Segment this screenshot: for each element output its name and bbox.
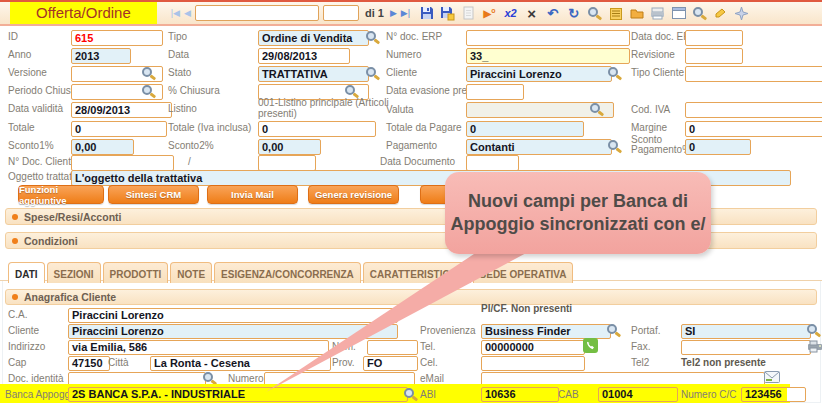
valuta-search-icon[interactable] [590, 103, 603, 116]
portaf-search-icon[interactable] [807, 324, 820, 337]
tab-dati[interactable]: DATI [8, 262, 45, 283]
genera-revisione-button[interactable]: Genera revisione [308, 185, 399, 204]
field-stato-input[interactable]: TRATTATIVA [258, 66, 369, 82]
prev-record-icon[interactable]: ◀ [184, 9, 191, 18]
field-anno-input[interactable]: 2013 [71, 48, 131, 64]
record-search-input[interactable] [195, 5, 319, 21]
field-data-validita-input[interactable]: 28/09/2013 [71, 102, 172, 118]
field-sconto2-input[interactable]: 0,00 [258, 139, 321, 155]
field-indirizzo-input[interactable]: via Emilia, 586 [68, 340, 329, 355]
provenienza-search-icon[interactable] [607, 324, 620, 337]
field-provenienza-label: Provenienza [420, 325, 476, 336]
field-margine-label: Margine [631, 122, 667, 133]
field-banca-input[interactable]: 2S BANCA S.P.A. - INDUSTRIALE [68, 387, 408, 402]
tab-sede-operativa[interactable]: SEDE OPERATIVA [473, 262, 574, 283]
refresh-icon[interactable]: ↻ [565, 5, 582, 22]
field-cap-input[interactable]: 47150 [68, 356, 110, 371]
tab-prodotti[interactable]: PRODOTTI [103, 262, 169, 283]
field-cod-iva-input[interactable] [685, 102, 822, 118]
pagamento-search-icon[interactable] [608, 140, 621, 153]
field-cliente-input[interactable]: Piraccini Lorenzo [466, 66, 612, 82]
field-valuta-label: Valuta [386, 104, 414, 115]
field-ca-input[interactable]: Piraccini Lorenzo [68, 308, 398, 323]
last-record-icon[interactable]: ▶| [401, 9, 410, 18]
field-cab-input[interactable]: 01004 [598, 387, 678, 402]
field-totale-input[interactable]: 0 [71, 121, 167, 137]
fax-icon[interactable] [807, 340, 822, 353]
field-sconto1-input[interactable]: 0,00 [71, 139, 134, 155]
section-anagrafica-cliente[interactable]: Anagrafica Cliente [5, 289, 817, 305]
field-ndoc-erp-input[interactable] [466, 30, 630, 46]
field-num-input[interactable] [367, 340, 418, 355]
tab-note[interactable]: NOTE [170, 262, 212, 283]
next-record-icon[interactable]: ▶ [390, 9, 397, 18]
field-ca-label: C.A. [8, 309, 27, 320]
documents-icon[interactable] [628, 5, 645, 22]
tab-esigenza-concorrenza[interactable]: ESIGENZA/CONCORRENZA [214, 262, 361, 283]
search-document-icon[interactable] [586, 5, 603, 22]
field-ncc-input[interactable]: 123456 [741, 387, 806, 402]
field-prov-label: Prov. [332, 357, 355, 368]
navigate-icon[interactable] [733, 5, 750, 22]
run-icon[interactable]: ▶o [481, 5, 498, 22]
save-new-icon[interactable] [439, 5, 456, 22]
phone-icon[interactable] [583, 338, 598, 353]
field-portaf-input[interactable]: SI [681, 324, 811, 339]
field-margine-input[interactable]: 0 [685, 121, 822, 137]
field-totale-pagare-input[interactable]: 0 [466, 121, 584, 137]
field-tel-input[interactable]: 00000000 [481, 340, 585, 355]
tab-bar: DATI SEZIONI PRODOTTI NOTE ESIGENZA/CONC… [8, 262, 573, 283]
print-icon[interactable] [649, 5, 666, 22]
field-data-input[interactable]: 29/08/2013 [258, 48, 350, 64]
field-totale-iva-input[interactable]: 0 [258, 121, 376, 137]
field-data-evasione-input[interactable] [466, 84, 524, 100]
field-citta-input[interactable]: La Ronta - Cesena [150, 356, 331, 371]
field-revisione-input[interactable] [685, 48, 743, 64]
save-icon[interactable] [418, 5, 435, 22]
field-cel-input[interactable] [481, 356, 585, 371]
field-tipo-input[interactable]: Ordine di Vendita [258, 30, 369, 46]
field-sconto2-label: Sconto2% [168, 140, 214, 151]
field-abi-input[interactable]: 10636 [481, 387, 559, 402]
preview-icon[interactable] [691, 5, 708, 22]
periodo-chiusura-search-icon[interactable] [142, 85, 155, 98]
field-id-input[interactable]: 615 [71, 30, 163, 46]
field-numero-input[interactable]: 33_ [466, 48, 630, 64]
tipo-search-icon[interactable] [366, 31, 379, 44]
tab-caratteristiche[interactable]: CARATTERISTICHE [363, 262, 471, 283]
field-tipo-cliente-input[interactable] [685, 66, 822, 82]
pi-cf-note: PI/CF. Non presenti [481, 303, 572, 314]
field-ndoc-cliente-input2[interactable] [258, 155, 316, 171]
field-sconto-pagamento-input[interactable]: 0 [685, 139, 751, 155]
funzioni-aggiuntive-button[interactable]: Funzioni aggiuntive [18, 185, 104, 204]
field-pagamento-input[interactable]: Contanti [466, 139, 612, 155]
field-fax-input[interactable] [681, 340, 811, 355]
field-data-documento-input[interactable] [466, 155, 519, 171]
field-totale-iva-label: Totale (Iva inclusa) [168, 122, 251, 133]
delete-icon[interactable]: × [523, 5, 540, 22]
invia-mail-button[interactable]: Invia Mail [207, 185, 298, 204]
hand-icon[interactable] [712, 5, 729, 22]
undo-icon[interactable]: ↶ [544, 5, 561, 22]
field-ndoc-cliente-input[interactable] [71, 155, 174, 171]
field-data-doc-erp-input[interactable] [685, 30, 743, 46]
copy-icon[interactable] [460, 5, 477, 22]
notes-icon[interactable] [607, 5, 624, 22]
window-icon[interactable] [670, 5, 687, 22]
section-bullet-icon [12, 294, 18, 300]
field-indirizzo-label: Indirizzo [8, 341, 45, 352]
record-number-input[interactable] [323, 5, 359, 21]
x2-icon[interactable]: x2 [502, 5, 519, 22]
versione-search-icon[interactable] [142, 67, 155, 80]
sintesi-crm-button[interactable]: Sintesi CRM [108, 185, 199, 204]
banca-search-icon[interactable] [404, 388, 417, 401]
field-anag-cliente-input[interactable]: Piraccini Lorenzo [68, 324, 398, 339]
first-record-icon[interactable]: |◀ [171, 9, 180, 18]
field-tipo-cliente-label: Tipo Cliente [631, 67, 684, 78]
field-provenienza-input[interactable]: Business Finder [481, 324, 611, 339]
cliente-search-icon[interactable] [608, 67, 621, 80]
field-prov-input[interactable]: FO [363, 356, 418, 371]
stato-search-icon[interactable] [366, 67, 379, 80]
email-icon[interactable] [764, 371, 780, 383]
tab-sezioni[interactable]: SEZIONI [47, 262, 101, 283]
